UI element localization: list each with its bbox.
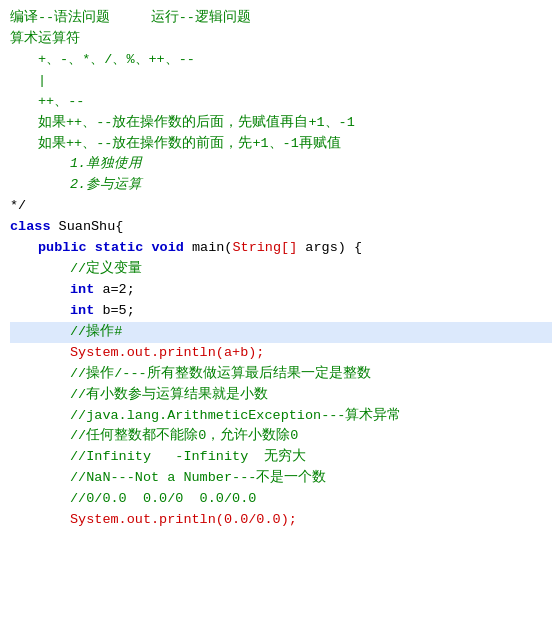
code-line: */ xyxy=(10,196,552,217)
code-line: //Infinity -Infinity 无穷大 xyxy=(10,447,552,468)
code-line: //定义变量 xyxy=(10,259,552,280)
code-line: ++、-- xyxy=(10,92,552,113)
code-line: public static void main(String[] args) { xyxy=(10,238,552,259)
code-line: //有小数参与运算结果就是小数 xyxy=(10,385,552,406)
code-line: //操作/---所有整数做运算最后结果一定是整数 xyxy=(10,364,552,385)
code-line: int b=5; xyxy=(10,301,552,322)
code-line: //任何整数都不能除0，允许小数除0 xyxy=(10,426,552,447)
code-line: System.out.println(0.0/0.0); xyxy=(10,510,552,531)
code-line: 如果++、--放在操作数的后面，先赋值再自+1、-1 xyxy=(10,113,552,134)
code-line: //java.lang.ArithmeticException---算术异常 xyxy=(10,406,552,427)
code-line: //NaN---Not a Number---不是一个数 xyxy=(10,468,552,489)
code-line: //操作# xyxy=(10,322,552,343)
code-line: 如果++、--放在操作数的前面，先+1、-1再赋值 xyxy=(10,134,552,155)
code-editor: 编译--语法问题 运行--逻辑问题算术运算符+、-、*、/、%、++、--|++… xyxy=(0,8,552,531)
code-line: 1.单独使用 xyxy=(10,154,552,175)
code-line: | xyxy=(10,71,552,92)
code-line: int a=2; xyxy=(10,280,552,301)
code-line: class SuanShu{ xyxy=(10,217,552,238)
code-line: +、-、*、/、%、++、-- xyxy=(10,50,552,71)
code-line: System.out.println(a+b); xyxy=(10,343,552,364)
code-line: //0/0.0 0.0/0 0.0/0.0 xyxy=(10,489,552,510)
code-line: 算术运算符 xyxy=(10,29,552,50)
code-line: 编译--语法问题 运行--逻辑问题 xyxy=(10,8,552,29)
code-line: 2.参与运算 xyxy=(10,175,552,196)
